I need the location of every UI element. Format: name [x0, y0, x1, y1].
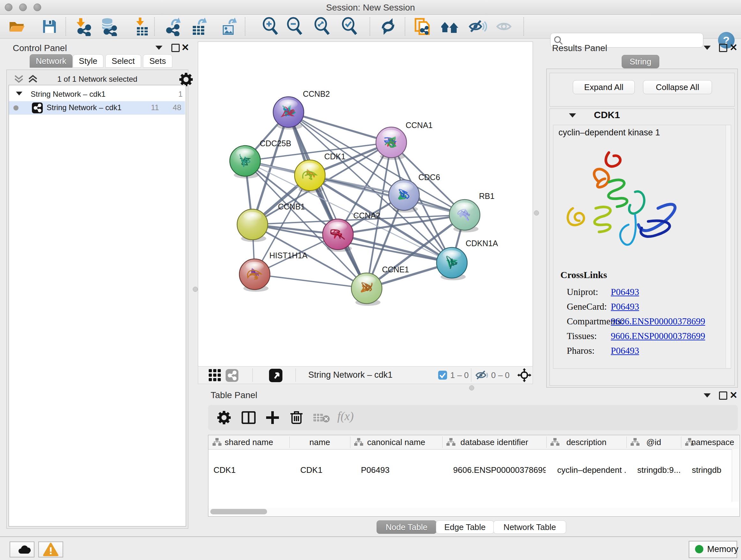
table-cell[interactable]: 9606.ENSP00000378699: [453, 465, 546, 475]
tab-edge-table[interactable]: Edge Table: [436, 520, 494, 534]
crosslink-value-link[interactable]: P06493: [611, 346, 639, 356]
table-cell[interactable]: cyclin–dependent ...: [557, 465, 626, 475]
home-icon[interactable]: [440, 17, 459, 36]
zoom-fit-icon[interactable]: [313, 17, 332, 36]
grid-view-icon[interactable]: [209, 369, 221, 382]
tab-network-table[interactable]: Network Table: [493, 520, 566, 534]
import-table-icon[interactable]: [132, 17, 151, 36]
table-panel-float-icon[interactable]: [719, 391, 727, 400]
table-gear-icon[interactable]: [217, 411, 231, 425]
copy-style-icon[interactable]: [412, 17, 431, 36]
tab-select[interactable]: Select: [105, 54, 141, 68]
table-horizontal-scrollbar[interactable]: [208, 508, 739, 516]
control-panel-menu-icon[interactable]: [155, 46, 162, 50]
network-node-CCNA1[interactable]: [376, 127, 407, 160]
tab-node-table[interactable]: Node Table: [377, 520, 436, 534]
network-node-HIST1H1A[interactable]: [239, 259, 270, 292]
table-header-row[interactable]: shared namenamecanonical namedatabase id…: [208, 435, 739, 449]
control-panel-float-icon[interactable]: [172, 44, 180, 52]
collection-expand-icon[interactable]: [16, 91, 22, 96]
network-row-selected[interactable]: String Network – cdk1 11 48: [9, 101, 185, 115]
table-cell[interactable]: stringdb:9...: [637, 465, 680, 475]
tab-network[interactable]: Network: [30, 54, 72, 68]
table-cell[interactable]: CDK1: [300, 465, 349, 475]
birds-eye-view-icon[interactable]: [269, 369, 282, 382]
column-header-database-identifier[interactable]: database identifier: [442, 435, 546, 449]
table-cell[interactable]: P06493: [361, 465, 442, 475]
table-panel-close-icon[interactable]: ✕: [730, 391, 738, 399]
refresh-icon[interactable]: [379, 17, 398, 36]
network-canvas[interactable]: CCNB2CCNA1CDC25BCDK1CDC6RB1CCNB1CCNA2CDK…: [198, 42, 533, 367]
table-vertical-scrollbar[interactable]: [732, 449, 739, 502]
edge-CCNB2-CCNA1[interactable]: [288, 112, 391, 142]
import-network-file-icon[interactable]: [74, 17, 93, 36]
network-node-CDC25B[interactable]: [230, 145, 260, 179]
right-splitter-handle[interactable]: [534, 210, 539, 215]
column-separator[interactable]: [681, 436, 681, 448]
show-columns-icon[interactable]: [242, 411, 256, 424]
open-session-icon[interactable]: [7, 17, 26, 36]
table-cell[interactable]: CDK1: [213, 465, 283, 475]
export-image-icon[interactable]: [219, 17, 238, 36]
left-splitter-handle[interactable]: [193, 287, 198, 292]
export-table-icon[interactable]: [189, 17, 208, 36]
control-panel-close-icon[interactable]: ✕: [181, 44, 189, 52]
column-separator[interactable]: [350, 436, 350, 448]
fit-selected-crosshair-icon[interactable]: [517, 368, 531, 382]
tab-sets[interactable]: Sets: [143, 54, 172, 68]
column-header-canonical-name[interactable]: canonical name: [350, 435, 442, 449]
crosslink-value-link[interactable]: P06493: [611, 287, 639, 297]
memory-button[interactable]: Memory: [689, 541, 737, 558]
tab-string[interactable]: String: [622, 55, 659, 68]
expand-all-button[interactable]: Expand All: [573, 80, 635, 94]
column-header-shared-name[interactable]: shared name: [208, 435, 289, 449]
crosslink-value-link[interactable]: 9606.ENSP00000378699: [611, 316, 705, 327]
network-node-CDC6[interactable]: [389, 180, 419, 212]
column-header--id[interactable]: @id: [626, 435, 681, 449]
column-separator[interactable]: [626, 436, 627, 448]
selected-checkbox-icon[interactable]: [438, 371, 447, 380]
network-node-CDKN1A[interactable]: [436, 247, 467, 280]
table-body[interactable]: CDK1CDK1P064939606.ENSP00000378699cyclin…: [208, 449, 739, 516]
warning-button[interactable]: [38, 542, 63, 557]
table-panel-menu-icon[interactable]: [704, 393, 711, 397]
node-table[interactable]: shared namenamecanonical namedatabase id…: [208, 435, 740, 516]
zoom-out-icon[interactable]: [285, 17, 305, 36]
tab-style[interactable]: Style: [73, 54, 104, 68]
zoom-selected-icon[interactable]: [340, 17, 359, 36]
export-network-icon[interactable]: [163, 17, 182, 36]
column-header-description[interactable]: description: [546, 435, 626, 449]
bottom-splitter-handle[interactable]: [469, 385, 474, 390]
add-column-icon[interactable]: [266, 411, 279, 424]
crosslink-value-link[interactable]: 9606.ENSP00000378699: [611, 331, 705, 341]
column-header-namespace[interactable]: namespace: [681, 435, 741, 449]
edge-CCNB2-CCNE1[interactable]: [288, 112, 367, 288]
save-session-icon[interactable]: [40, 17, 59, 36]
edge-HIST1H1A-CCNE1[interactable]: [255, 274, 367, 288]
network-node-CCNB1[interactable]: [237, 209, 268, 242]
hide-selected-icon[interactable]: [468, 17, 487, 36]
results-panel-close-icon[interactable]: ✕: [730, 44, 738, 52]
memory-status-icon: [695, 545, 703, 553]
column-separator[interactable]: [442, 436, 443, 448]
results-scrollbar[interactable]: [726, 125, 731, 368]
network-node-CCNE1[interactable]: [351, 273, 382, 306]
scrollbar-thumb[interactable]: [210, 509, 267, 514]
delete-column-icon[interactable]: [290, 411, 302, 425]
cdk1-collapse-icon[interactable]: [569, 113, 576, 118]
cloud-button[interactable]: [10, 542, 35, 557]
show-all-icon[interactable]: [495, 17, 514, 36]
results-panel-menu-icon[interactable]: [704, 46, 711, 50]
collapse-all-button[interactable]: Collapse All: [643, 80, 712, 94]
network-node-RB1[interactable]: [449, 199, 480, 233]
network-collection-row[interactable]: String Network – cdk1 1: [9, 88, 185, 101]
results-panel-float-icon[interactable]: [719, 44, 727, 52]
column-header-name[interactable]: name: [289, 435, 350, 449]
zoom-in-icon[interactable]: [261, 17, 280, 36]
crosslink-value-link[interactable]: P06493: [611, 301, 639, 312]
network-options-gear-icon[interactable]: [179, 72, 193, 86]
import-network-database-icon[interactable]: [99, 17, 118, 36]
column-separator[interactable]: [289, 436, 290, 448]
column-separator[interactable]: [546, 436, 547, 448]
string-view-icon[interactable]: [226, 369, 239, 382]
